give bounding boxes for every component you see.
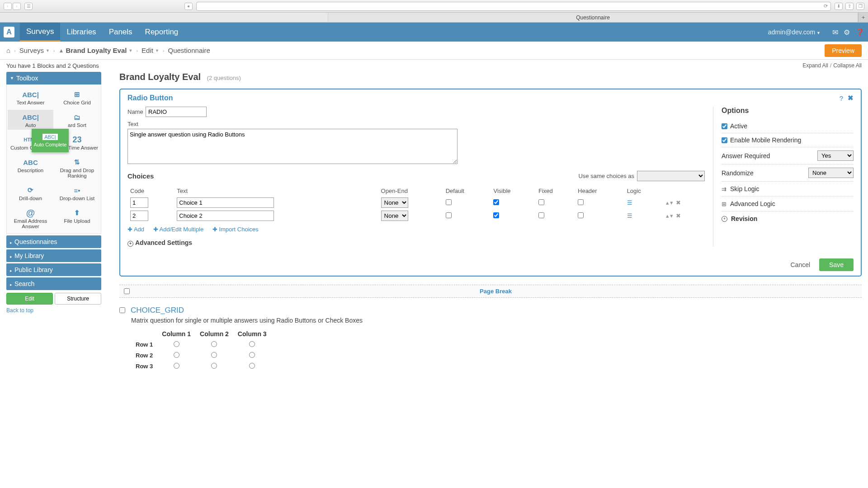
- move-up-icon[interactable]: ▴: [666, 199, 669, 206]
- same-choices-select[interactable]: [637, 171, 705, 181]
- site-info-icon[interactable]: ●: [184, 3, 193, 10]
- nav-panels[interactable]: Panels: [103, 23, 139, 42]
- grid-radio[interactable]: [174, 363, 179, 369]
- grid-radio[interactable]: [249, 341, 255, 347]
- revision-link[interactable]: +Revision: [722, 211, 854, 226]
- crumb-survey-name[interactable]: ▲Brand Loyalty Eval▼: [59, 47, 133, 54]
- move-up-icon[interactable]: ▴: [666, 212, 669, 219]
- advanced-settings-toggle[interactable]: +Advanced Settings: [127, 239, 705, 247]
- tool-file-upload[interactable]: ⬆File Upload: [54, 206, 100, 231]
- tabs-icon[interactable]: ❐: [856, 3, 864, 10]
- page-break[interactable]: Page Break: [119, 285, 862, 298]
- tool-drill-down[interactable]: ⟳Drill-down: [8, 183, 53, 203]
- nav-surveys[interactable]: Surveys: [20, 23, 60, 42]
- tool-text-answer[interactable]: ABC|Text Answer: [8, 87, 53, 107]
- toolbox-header[interactable]: ▼Toolbox: [6, 72, 101, 84]
- edit-mode-button[interactable]: Edit: [6, 293, 53, 305]
- save-button[interactable]: Save: [819, 258, 854, 271]
- expand-all-link[interactable]: Expand All: [802, 62, 828, 69]
- tool-description[interactable]: ABCDescription: [8, 155, 53, 180]
- choice-text-input[interactable]: [177, 197, 274, 208]
- choice-openend-select[interactable]: None: [381, 211, 408, 221]
- delete-choice-icon[interactable]: ✖: [676, 199, 681, 206]
- sidebar-my-library[interactable]: ▸My Library: [6, 249, 101, 262]
- move-down-icon[interactable]: ▾: [670, 212, 673, 219]
- nav-libraries[interactable]: Libraries: [60, 23, 102, 42]
- active-checkbox[interactable]: [722, 123, 727, 129]
- choice-logic-icon[interactable]: ☰: [627, 199, 632, 206]
- skip-logic-link[interactable]: ⇉Skip Logic: [722, 182, 854, 197]
- option-active[interactable]: Active: [722, 119, 854, 133]
- sidebar-questionnaires[interactable]: ▸Questionnaires: [6, 235, 101, 248]
- q2-checkbox[interactable]: [119, 307, 125, 313]
- sidebar-toggle[interactable]: ☰: [24, 3, 33, 10]
- choice-openend-select[interactable]: None: [381, 197, 408, 208]
- choice-code-input[interactable]: [130, 197, 148, 208]
- choice-visible-checkbox[interactable]: [493, 199, 499, 205]
- crumb-surveys[interactable]: Surveys▼: [19, 47, 50, 54]
- crumb-edit[interactable]: Edit▼: [142, 47, 159, 54]
- cancel-button[interactable]: Cancel: [786, 258, 815, 271]
- back-button[interactable]: ‹: [4, 3, 12, 10]
- q2-name[interactable]: CHOICE_GRID: [131, 306, 184, 315]
- mail-icon[interactable]: ✉: [832, 28, 838, 37]
- name-input[interactable]: [146, 107, 207, 117]
- tool-choice-grid[interactable]: ⊞Choice Grid: [54, 87, 100, 107]
- grid-radio[interactable]: [211, 352, 217, 358]
- address-bar[interactable]: ⟳: [196, 2, 831, 11]
- share-icon[interactable]: ⇪: [845, 3, 854, 10]
- preview-button[interactable]: Preview: [825, 44, 862, 57]
- choice-fixed-checkbox[interactable]: [538, 199, 544, 205]
- app-logo[interactable]: A: [4, 27, 14, 38]
- choice-default-checkbox[interactable]: [446, 199, 452, 205]
- structure-mode-button[interactable]: Structure: [55, 293, 101, 305]
- new-tab-button[interactable]: +: [858, 13, 868, 22]
- advanced-logic-link[interactable]: ⊞Advanced Logic: [722, 197, 854, 211]
- tool-dropdown[interactable]: ≡•Drop-down List: [54, 183, 100, 203]
- sidebar-public-library[interactable]: ▸Public Library: [6, 263, 101, 276]
- grid-radio[interactable]: [174, 341, 179, 347]
- grid-radio[interactable]: [249, 352, 255, 358]
- page-break-checkbox[interactable]: [124, 288, 130, 294]
- tool-card-sort[interactable]: 🗂ard Sort: [54, 110, 100, 130]
- home-icon[interactable]: ⌂: [6, 47, 10, 54]
- delete-choice-icon[interactable]: ✖: [676, 212, 681, 219]
- move-down-icon[interactable]: ▾: [670, 199, 673, 206]
- grid-radio[interactable]: [211, 363, 217, 369]
- choice-visible-checkbox[interactable]: [493, 212, 499, 218]
- mobile-checkbox[interactable]: [722, 137, 727, 143]
- choice-default-checkbox[interactable]: [446, 212, 452, 218]
- browser-tab[interactable]: Questionnaire: [328, 13, 858, 22]
- editor-close-icon[interactable]: ✖: [848, 94, 854, 102]
- tool-email[interactable]: @Email Address Answer: [8, 206, 53, 231]
- help-icon[interactable]: ❓: [855, 28, 864, 37]
- randomize-select[interactable]: None: [808, 168, 854, 178]
- grid-radio[interactable]: [211, 341, 217, 347]
- gear-icon[interactable]: ⚙: [844, 28, 850, 37]
- answer-required-select[interactable]: Yes: [817, 150, 854, 161]
- import-choices-link[interactable]: ✚ Import Choices: [212, 226, 259, 233]
- choice-fixed-checkbox[interactable]: [538, 212, 544, 218]
- nav-reporting[interactable]: Reporting: [139, 23, 185, 42]
- add-choice-link[interactable]: ✚ Add: [127, 226, 144, 233]
- choice-header-checkbox[interactable]: [578, 199, 584, 205]
- choice-logic-icon[interactable]: ☰: [627, 212, 632, 219]
- tool-auto-complete[interactable]: ABC|Auto: [8, 110, 53, 130]
- text-input[interactable]: Single answer question using Radio Butto…: [127, 129, 458, 164]
- collapse-all-link[interactable]: Collapse All: [833, 62, 862, 69]
- add-multiple-link[interactable]: ✚ Add/Edit Multiple: [153, 226, 203, 233]
- grid-radio[interactable]: [249, 363, 255, 369]
- choice-text-input[interactable]: [177, 211, 274, 221]
- forward-button[interactable]: ›: [13, 3, 21, 10]
- back-to-top-link[interactable]: Back to top: [6, 307, 101, 314]
- grid-radio[interactable]: [174, 352, 179, 358]
- user-menu[interactable]: admin@dev.com▼: [768, 28, 821, 36]
- sidebar-search[interactable]: ▸Search: [6, 277, 101, 290]
- choice-header-checkbox[interactable]: [578, 212, 584, 218]
- editor-help-icon[interactable]: ?: [840, 94, 843, 102]
- option-mobile[interactable]: Enable Mobile Rendering: [722, 133, 854, 147]
- tool-drag-ranking[interactable]: ⇅Drag and Drop Ranking: [54, 155, 100, 180]
- reload-icon[interactable]: ⟳: [824, 3, 828, 9]
- choice-code-input[interactable]: [130, 211, 148, 221]
- download-icon[interactable]: ⬇: [835, 3, 843, 10]
